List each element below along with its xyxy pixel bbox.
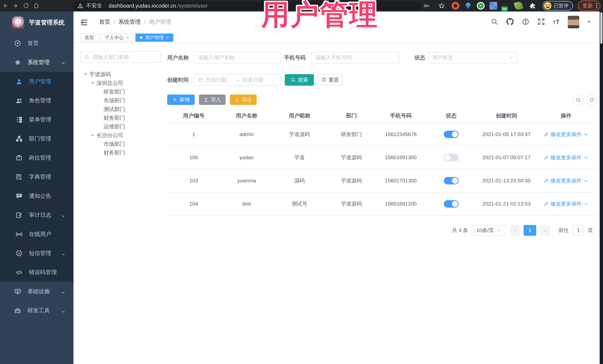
sidebar-item-users[interactable]: 用户管理 — [0, 72, 73, 91]
bookmark-star-icon[interactable] — [436, 0, 447, 11]
scrollbar[interactable] — [600, 11, 603, 364]
tree-node[interactable]: 长沙分公司 — [81, 131, 162, 140]
edit-link[interactable]: 修改 — [544, 200, 561, 207]
date-range-field[interactable]: - — [194, 74, 281, 86]
profile-chip[interactable]: 已暂停 — [543, 1, 573, 11]
edit-link[interactable]: 修改 — [544, 154, 561, 161]
status-toggle[interactable] — [444, 154, 459, 161]
caret-down-icon[interactable] — [91, 134, 96, 136]
puzzle-extensions-icon[interactable] — [527, 0, 538, 11]
status-toggle[interactable] — [444, 200, 459, 208]
sidebar-item-notice[interactable]: 通知公告 — [0, 187, 73, 206]
scrollbar-thumb[interactable] — [600, 12, 603, 44]
mobile-field[interactable] — [311, 52, 399, 63]
extension-gem-icon[interactable] — [464, 2, 472, 10]
sidebar-item-sms[interactable]: 短信管理 — [0, 244, 73, 263]
tree-node[interactable]: 测试部门 — [81, 105, 162, 114]
reset-button[interactable]: 重置 — [318, 74, 342, 86]
security-label[interactable]: 不安全 — [86, 2, 102, 10]
font-size-icon[interactable]: TT — [553, 18, 560, 26]
prev-page-button[interactable]: ‹ — [510, 225, 520, 236]
sidebar-item-roles[interactable]: 角色管理 — [0, 91, 73, 110]
extension-leaf-icon[interactable] — [514, 1, 523, 10]
current-page[interactable]: 1 — [524, 225, 536, 236]
sidebar-item-depts[interactable]: 部门管理 — [0, 129, 73, 148]
update-button[interactable]: 更新 — [578, 0, 600, 11]
tree-node[interactable]: 芋道源码 — [81, 70, 162, 79]
close-icon[interactable]: × — [166, 35, 169, 40]
url-divider — [105, 3, 105, 8]
more-actions-link[interactable]: 更多操作 — [561, 131, 588, 138]
key-icon[interactable] — [421, 0, 431, 11]
more-actions-link[interactable]: 更多操作 — [561, 154, 588, 161]
username-field[interactable] — [194, 52, 281, 63]
edit-link[interactable]: 修改 — [544, 177, 561, 184]
sidebar-item-menus[interactable]: 菜单管理 — [0, 110, 73, 129]
sidebar-nav: 首页 系统管理 用户管理 角色管理 菜单管理 部门管理 — [0, 34, 73, 320]
sidebar-item-posts[interactable]: 岗位管理 — [0, 148, 73, 167]
help-icon[interactable] — [522, 18, 529, 26]
fullscreen-icon[interactable] — [537, 18, 545, 26]
back-icon[interactable] — [0, 0, 10, 11]
sidebar-item-dict[interactable]: 字典管理 — [0, 167, 73, 187]
search-icon[interactable] — [491, 18, 498, 26]
import-button[interactable]: 导入 — [199, 95, 226, 105]
kebab-menu-icon[interactable] — [596, 3, 597, 8]
status-toggle[interactable] — [444, 177, 459, 184]
close-icon[interactable]: × — [126, 35, 129, 40]
tree-node[interactable]: 运维部门 — [81, 122, 162, 131]
forward-icon[interactable] — [10, 0, 21, 11]
sidebar-item-infra[interactable]: 基础设施 — [0, 282, 73, 301]
breadcrumb-system[interactable]: 系统管理 — [118, 18, 141, 26]
export-button[interactable]: 导出 — [230, 95, 257, 105]
avatar-caret-icon[interactable] — [587, 21, 591, 23]
sidebar-item-system[interactable]: 系统管理 — [0, 53, 73, 72]
extension-green-icon[interactable]: Y — [477, 2, 485, 10]
date-start-input[interactable] — [205, 77, 234, 83]
dept-search-input[interactable] — [93, 54, 157, 60]
user-avatar[interactable] — [568, 16, 579, 28]
tree-node[interactable]: 市场部门 — [81, 96, 162, 105]
tree-node[interactable]: 深圳总公司 — [81, 79, 162, 88]
search-button[interactable]: 搜索 — [285, 74, 314, 86]
tree-node[interactable]: 市场部门 — [81, 140, 162, 148]
sidebar-item-auditlog[interactable]: 审计日志 — [0, 206, 73, 225]
tree-node[interactable]: 研发部门 — [81, 88, 162, 96]
tree-node[interactable]: 财务部门 — [81, 114, 162, 122]
page-size-select[interactable]: 10条/页 — [472, 225, 506, 236]
more-actions-link[interactable]: 更多操作 — [561, 177, 588, 184]
status-toggle[interactable] — [444, 131, 459, 138]
status-select[interactable]: 用户状态 — [428, 52, 517, 63]
toggle-search-button[interactable] — [573, 95, 584, 105]
next-page-button[interactable]: › — [540, 225, 550, 236]
caret-down-icon[interactable] — [84, 73, 89, 76]
sidebar-item-devtools[interactable]: 研发工具 — [0, 301, 73, 320]
sidebar-logo[interactable]: 芋道管理系统 — [0, 11, 73, 34]
extension-orange-icon[interactable] — [452, 2, 459, 10]
sidebar-item-home[interactable]: 首页 — [0, 34, 73, 53]
more-actions-link[interactable]: 更多操作 — [561, 200, 588, 207]
extension-switch-icon[interactable]: on — [502, 2, 510, 10]
add-button[interactable]: 新增 — [167, 95, 195, 105]
caret-down-icon[interactable] — [91, 82, 96, 84]
extension-grid-icon[interactable] — [489, 2, 497, 10]
tab-user-management[interactable]: 用户管理 × — [135, 33, 173, 42]
dept-search-box[interactable] — [81, 51, 161, 63]
tab-profile[interactable]: 个人中心 × — [101, 33, 133, 42]
username-input[interactable] — [198, 55, 277, 61]
home-icon[interactable] — [31, 0, 42, 11]
refresh-table-button[interactable] — [586, 95, 597, 105]
date-end-input[interactable] — [242, 77, 271, 83]
goto-page-input[interactable]: 1 — [573, 225, 584, 236]
sidebar-item-online[interactable]: 在线用户 — [0, 225, 73, 244]
sidebar-item-errorcode[interactable]: 错误码管理 — [0, 263, 73, 282]
mobile-input[interactable] — [315, 55, 395, 61]
breadcrumb-home[interactable]: 首页 — [99, 18, 110, 26]
tab-home[interactable]: 首页 — [80, 33, 98, 42]
tree-node[interactable]: 财务部门 — [81, 148, 162, 157]
edit-link[interactable]: 修改 — [544, 131, 561, 138]
collapse-sidebar-icon[interactable] — [80, 18, 88, 26]
calendar-icon — [198, 77, 203, 82]
reload-icon[interactable] — [21, 0, 31, 11]
github-icon[interactable] — [506, 18, 514, 26]
